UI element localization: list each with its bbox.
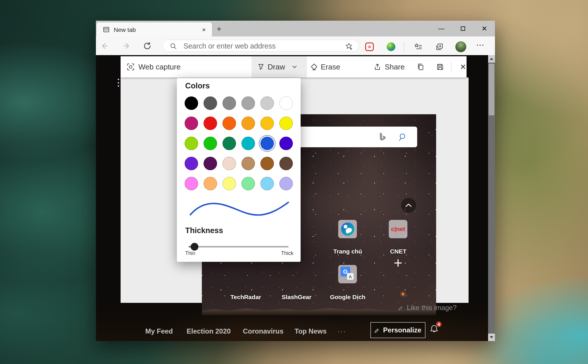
download-manager-globe-icon[interactable] [387, 42, 395, 51]
favorites-hub-icon[interactable] [413, 42, 423, 51]
color-swatch-selected[interactable] [260, 137, 274, 150]
color-swatch[interactable] [185, 117, 198, 130]
tile-label: CNET [375, 248, 421, 255]
idm-extension-icon[interactable] [365, 42, 374, 51]
web-capture-toolbar: Web capture Draw Erase [121, 56, 467, 78]
navigation-bar: Search or enter web address [96, 36, 495, 55]
refresh-icon[interactable] [142, 42, 152, 50]
thick-label: Thick [281, 250, 293, 256]
color-swatch[interactable] [223, 96, 236, 110]
minimize-button[interactable] [435, 21, 448, 36]
color-swatch[interactable] [204, 117, 217, 130]
toolbar-divider [451, 62, 451, 72]
color-swatch[interactable] [241, 157, 255, 170]
collapse-tiles-button [401, 198, 416, 213]
feed-nav-coronavirus[interactable]: Coronavirus [243, 327, 283, 335]
color-swatch[interactable] [204, 137, 217, 150]
profile-avatar[interactable] [455, 41, 466, 52]
browser-tab[interactable]: New tab ✕ [96, 22, 212, 36]
erase-button[interactable]: Erase [310, 56, 340, 78]
capture-close-button[interactable]: ✕ [457, 56, 469, 78]
color-swatch[interactable] [279, 157, 293, 170]
settings-menu-icon[interactable] [477, 42, 485, 49]
color-swatch[interactable] [223, 117, 236, 130]
window-close-button[interactable] [478, 21, 491, 36]
thickness-slider-thumb[interactable] [191, 243, 198, 251]
back-icon[interactable] [99, 42, 109, 50]
bing-logo-icon [379, 132, 386, 141]
like-image-text: Like this image? [407, 304, 457, 312]
share-label: Share [385, 63, 405, 71]
new-tab-button[interactable] [214, 25, 224, 33]
color-swatch[interactable] [241, 117, 255, 130]
tile-label: SlashGear [274, 294, 320, 301]
color-swatch[interactable] [260, 96, 274, 110]
feed-nav-election[interactable]: Election 2020 [187, 327, 231, 335]
feed-more-icon[interactable] [338, 327, 346, 335]
share-button[interactable]: Share [373, 56, 405, 78]
add-tile-button [392, 257, 405, 270]
chevron-down-icon[interactable] [292, 65, 297, 69]
feed-nav-top-news[interactable]: Top News [295, 327, 327, 335]
desktop-background: New tab ✕ Search or enter we [0, 0, 588, 364]
color-swatch[interactable] [204, 177, 217, 190]
color-swatch[interactable] [241, 96, 255, 110]
color-swatch[interactable] [279, 137, 293, 150]
scroll-up-button[interactable] [488, 55, 495, 63]
browser-window: New tab ✕ Search or enter we [96, 21, 495, 341]
address-input[interactable]: Search or enter web address [183, 42, 276, 50]
color-swatch[interactable] [223, 177, 236, 190]
save-button[interactable] [434, 56, 446, 78]
color-swatch[interactable] [204, 157, 217, 170]
color-swatch[interactable] [204, 96, 217, 110]
color-swatch[interactable] [223, 137, 236, 150]
tab-title: New tab [114, 26, 136, 33]
color-swatch[interactable] [260, 177, 274, 190]
colors-heading: Colors [185, 82, 210, 90]
share-icon [373, 63, 381, 71]
tile-label: Google Dịch [325, 294, 371, 301]
tile-trang-chu [338, 220, 357, 238]
color-swatch[interactable] [241, 177, 255, 190]
draw-button[interactable]: Draw [252, 56, 307, 78]
like-image-prompt: Like this image? [398, 304, 457, 312]
swatch-grid [185, 96, 294, 190]
scroll-down-button[interactable] [488, 334, 495, 341]
color-swatch[interactable] [279, 177, 293, 190]
color-swatch[interactable] [223, 157, 236, 170]
trang-chu-icon [341, 222, 354, 236]
color-swatch[interactable] [185, 137, 198, 150]
scrollbar[interactable] [488, 55, 495, 341]
web-capture-icon [126, 63, 135, 71]
tab-close-icon[interactable]: ✕ [200, 26, 208, 34]
copy-button[interactable] [414, 56, 427, 78]
mars-star [402, 293, 404, 295]
scrollbar-thumb[interactable] [489, 64, 494, 115]
capture-drag-handle[interactable] [117, 79, 120, 87]
personalize-button[interactable]: Personalize [370, 322, 425, 338]
color-swatch[interactable] [185, 157, 198, 170]
eraser-icon [310, 63, 318, 71]
collections-icon[interactable] [434, 42, 444, 51]
draw-label: Draw [268, 63, 285, 71]
maximize-button[interactable] [456, 21, 469, 36]
pen-icon [257, 63, 265, 71]
thickness-slider-track[interactable] [189, 246, 289, 247]
forward-icon[interactable] [122, 42, 132, 50]
address-bar[interactable]: Search or enter web address [163, 40, 359, 52]
tile-cnet: c|net [389, 220, 407, 238]
color-swatch[interactable] [279, 117, 293, 130]
color-swatch[interactable] [279, 96, 293, 110]
color-swatch[interactable] [241, 137, 255, 150]
color-swatch[interactable] [185, 177, 198, 190]
pencil-icon [374, 327, 380, 333]
color-swatch[interactable] [260, 157, 274, 170]
personalize-label: Personalize [383, 326, 421, 334]
color-swatch[interactable] [185, 96, 198, 110]
tile-label: Trang chủ [325, 248, 371, 255]
favorite-star-icon[interactable] [345, 42, 353, 50]
color-swatch[interactable] [260, 117, 274, 130]
toolbar-divider [404, 42, 404, 51]
feed-nav-my-feed[interactable]: My Feed [145, 327, 173, 335]
pencil-icon [398, 305, 404, 311]
